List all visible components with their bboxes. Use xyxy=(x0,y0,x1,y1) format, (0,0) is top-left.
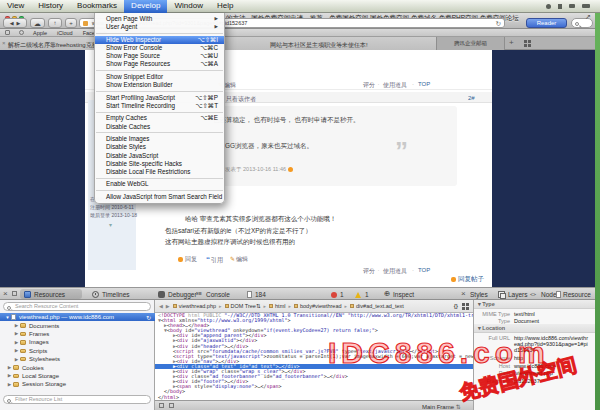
menu-item-show-page-source[interactable]: Show Page Source⌥⌘U xyxy=(95,52,224,60)
new-tab-plus-icon[interactable]: + xyxy=(509,38,514,47)
menubar-item-window[interactable]: Window xyxy=(167,0,209,13)
menu-item-empty-caches[interactable]: Empty Caches⌥⌘E xyxy=(95,114,224,122)
dock-side-icon[interactable] xyxy=(169,403,174,408)
section-header-location[interactable]: ▾ Location xyxy=(474,324,595,333)
top-link[interactable]: TOP xyxy=(418,81,430,87)
menu-item-disable-site-specific-hacks[interactable]: Disable Site-specific Hacks xyxy=(95,160,224,168)
search-icon xyxy=(7,306,11,310)
collapse-userinfo-icon[interactable]: ▾ xyxy=(109,221,112,228)
top-link[interactable]: TOP xyxy=(418,267,430,273)
filter-resource-input[interactable]: Filter Resource List xyxy=(3,395,151,404)
reload-icon[interactable]: ↻ xyxy=(496,19,501,28)
tab-resource[interactable]: Resource xyxy=(563,291,591,298)
tab-node[interactable]: Node xyxy=(541,291,557,298)
menubar-item-help[interactable]: Help xyxy=(210,0,240,13)
menu-item-show-error-console[interactable]: Show Error Console⌥⌘C xyxy=(95,44,224,52)
reader-button[interactable]: Reader xyxy=(526,18,567,28)
volume-icon[interactable] xyxy=(558,4,562,9)
nav-forward-icon[interactable]: ▶ xyxy=(166,303,170,309)
nav-debugger[interactable]: Debugger xyxy=(168,291,197,298)
menubar-item-view[interactable]: View xyxy=(0,0,31,13)
search-resource-input[interactable]: Search Resource Content xyxy=(3,302,151,311)
folder-icon xyxy=(13,365,19,370)
resource-local-storage[interactable]: ▶Local Storage xyxy=(0,372,155,380)
breadcrumb-dom-tree[interactable]: DOM Tree⇅ xyxy=(225,303,261,309)
menu-item-enable-webgl[interactable]: Enable WebGL xyxy=(95,180,224,188)
menu-item-open-page-with[interactable]: Open Page With▶ xyxy=(95,15,224,23)
resource-stylesheets[interactable]: ▶Stylesheets xyxy=(0,355,155,363)
error-icon[interactable] xyxy=(331,292,337,298)
magic-tools-link[interactable]: 使用道具 xyxy=(383,267,407,276)
bookmark-item-apple[interactable]: Apple xyxy=(33,30,47,36)
back-forward-buttons[interactable]: ◀ ▶ xyxy=(3,18,27,28)
share-button[interactable]: ↑ xyxy=(48,18,62,28)
nav-console[interactable]: Console xyxy=(206,291,230,298)
resource-images[interactable]: ▶Images xyxy=(0,338,155,346)
pretty-print-icon[interactable]: {} xyxy=(454,303,458,309)
breadcrumb-div-ad-text-ad-text[interactable]: div#ad_text.ad_text xyxy=(350,303,404,309)
resource-documents[interactable]: ▶Documents xyxy=(0,321,155,329)
new-tab-button[interactable]: + xyxy=(65,18,77,28)
quote-action-link[interactable]: “引用 xyxy=(206,255,223,265)
menu-item-disable-local-file-restrictions[interactable]: Disable Local File Restrictions xyxy=(95,168,224,176)
notification-icon[interactable] xyxy=(546,4,551,9)
menu-item-start-profiling-javascript[interactable]: Start Profiling JavaScript⌥⇧⌘P xyxy=(95,94,224,102)
menu-item-show-snippet-editor[interactable]: Show Snippet Editor xyxy=(95,73,224,81)
resource-frames[interactable]: ▶Frames xyxy=(0,330,155,338)
menu-item-disable-styles[interactable]: Disable Styles xyxy=(95,143,224,151)
browser-viewport: ✎编辑 评分 · 使用道具 · TOP | 只看该作者 2# 在线时间 74 小… xyxy=(0,50,595,287)
tab-close-icon[interactable]: × xyxy=(2,40,6,46)
nav-back-icon[interactable]: ◀ xyxy=(159,303,163,309)
resource-session-storage[interactable]: ▶Session Storage xyxy=(0,380,155,388)
menu-item-start-timeline-recording[interactable]: Start Timeline Recording⌥⇧⌘T xyxy=(95,102,224,110)
dock-bottom-icon[interactable] xyxy=(159,403,164,408)
icloud-tabs-button[interactable]: ☁ xyxy=(30,18,45,28)
nav-resources[interactable]: Resources xyxy=(34,291,65,298)
view-author-link[interactable]: 只看该作者 xyxy=(226,95,256,104)
menu-item-show-page-resources[interactable]: Show Page Resources⌥⌘A xyxy=(95,60,224,68)
breadcrumb-body-viewthread[interactable]: body#viewthread xyxy=(294,303,342,309)
section-header-type[interactable]: ▾ Type xyxy=(474,300,595,309)
resource-scripts[interactable]: ▶Scripts xyxy=(0,347,155,355)
menubar-item-develop[interactable]: Develop xyxy=(124,0,167,13)
dock-inspector-icon[interactable] xyxy=(12,291,17,296)
top-sites-icon[interactable] xyxy=(19,30,24,35)
menu-item-show-extension-builder[interactable]: Show Extension Builder xyxy=(95,81,224,89)
menu-item-allow-javascript-from-smart-search-field[interactable]: Allow JavaScript from Smart Search Field xyxy=(95,193,224,201)
edit-action-link[interactable]: ✎编辑 xyxy=(230,255,248,264)
reply-thread-link[interactable]: 回复帖子 xyxy=(451,275,484,284)
menu-item-user-agent[interactable]: User Agent▶ xyxy=(95,23,224,31)
menubar-item-history[interactable]: History xyxy=(31,0,70,13)
close-inspector-icon[interactable]: × xyxy=(3,289,8,298)
warning-icon[interactable] xyxy=(355,292,361,298)
bookmarks-menu-icon[interactable] xyxy=(5,30,10,35)
tab-layers[interactable]: Layers xyxy=(508,291,528,298)
nav-timelines[interactable]: Timelines xyxy=(102,291,130,298)
reply-action-link[interactable]: 回复 xyxy=(178,255,197,264)
resource-cookies[interactable]: ▶Cookies xyxy=(0,363,155,371)
menubar-item-bookmarks[interactable]: Bookmarks xyxy=(70,0,124,13)
display-icon[interactable] xyxy=(569,4,575,8)
reload-resource-icon[interactable]: ↻ xyxy=(146,314,151,321)
breadcrumb-html[interactable]: html xyxy=(269,303,285,309)
resource-viewthread-php-www-idc886-com[interactable]: ▼viewthread.php — www.idc886.com↻ xyxy=(0,313,155,321)
frame-selector[interactable]: Main Frame ⇅ xyxy=(422,403,461,410)
breadcrumb-viewthread-php[interactable]: viewthread.php xyxy=(173,303,216,309)
fullscreen-icon[interactable]: ↗ xyxy=(585,13,591,21)
battery-icon[interactable] xyxy=(582,4,590,8)
bookmark-item-icloud[interactable]: iCloud xyxy=(57,30,73,36)
menu-item-hide-web-inspector[interactable]: Hide Web Inspector⌥⇧⌘I xyxy=(95,36,224,44)
menu-item-disable-javascript[interactable]: Disable JavaScript xyxy=(95,152,224,160)
type-profiler-icon[interactable] xyxy=(462,303,469,310)
inspect-button[interactable]: Inspect xyxy=(393,291,414,298)
tab-styles[interactable]: Styles xyxy=(470,291,488,298)
inspect-crosshair-icon[interactable]: ⊕ xyxy=(384,289,390,298)
rate-link[interactable]: 评分 xyxy=(363,267,375,276)
floor-number[interactable]: 2# xyxy=(468,95,475,101)
menu-item-disable-images[interactable]: Disable Images xyxy=(95,135,224,143)
site-favicon xyxy=(83,21,88,26)
dom-tree-line[interactable]: </html> xyxy=(155,395,473,400)
show-all-tabs-icon[interactable] xyxy=(524,40,531,47)
tab-inactive[interactable]: 腾讯企业邮箱 xyxy=(437,37,505,50)
menu-item-disable-caches[interactable]: Disable Caches xyxy=(95,123,224,131)
